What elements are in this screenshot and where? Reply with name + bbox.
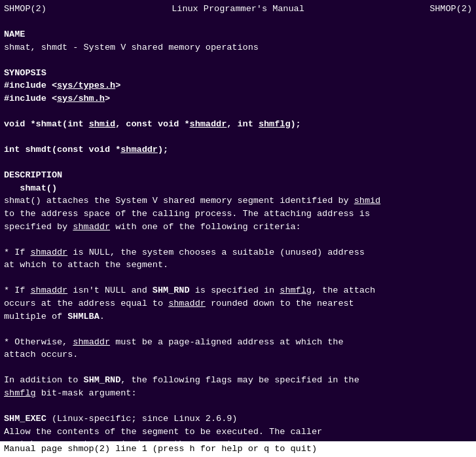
- man-page-header: SHMOP(2) Linux Programmer's Manual SHMOP…: [4, 3, 472, 16]
- shmexec-heading: SHM_EXEC (Linux-specific; since Linux 2.…: [4, 412, 472, 426]
- desc-line-3: specified by shmaddr with one of the fol…: [4, 221, 472, 234]
- flags-line-1: In addition to SHM_RND, the following fl…: [4, 374, 472, 387]
- criteria-2-line-2: occurs at the address equal to shmaddr r…: [4, 297, 472, 310]
- section-description-heading: DESCRIPTION: [4, 169, 472, 182]
- synopsis-shmdt: int shmdt(const void *shmaddr);: [4, 143, 472, 156]
- criteria-1-line-2: at which to attach the segment.: [4, 259, 472, 272]
- section-synopsis-heading: SYNOPSIS: [4, 67, 472, 80]
- flags-line-2: shmflg bit-mask argument:: [4, 387, 472, 400]
- section-name-heading: NAME: [4, 28, 472, 41]
- header-center: Linux Programmer's Manual: [172, 3, 304, 16]
- status-bar: Manual page shmop(2) line 1 (press h for…: [0, 441, 476, 457]
- criteria-2-line-3: multiple of SHMLBA.: [4, 310, 472, 323]
- synopsis-line-1: #include <sys/types.h>: [4, 79, 472, 92]
- description-shmat-subheading: shmat(): [4, 182, 472, 195]
- header-left: SHMOP(2): [4, 3, 46, 16]
- synopsis-shmat: void *shmat(int shmid, const void *shmad…: [4, 118, 472, 131]
- section-name-content: shmat, shmdt - System V shared memory op…: [4, 41, 472, 54]
- desc-line-1: shmat() attaches the System V shared mem…: [4, 194, 472, 208]
- criteria-1-line-1: * If shmaddr is NULL, the system chooses…: [4, 246, 472, 259]
- criteria-2-line-1: * If shmaddr isn't NULL and SHM_RND is s…: [4, 284, 472, 297]
- terminal-window: SHMOP(2) Linux Programmer's Manual SHMOP…: [0, 0, 476, 457]
- shmexec-line-1: Allow the contents of the segment to be …: [4, 426, 472, 439]
- desc-line-2: to the address space of the calling proc…: [4, 208, 472, 221]
- criteria-3-line-1: * Otherwise, shmaddr must be a page-alig…: [4, 336, 472, 349]
- criteria-3-line-2: attach occurs.: [4, 348, 472, 361]
- synopsis-line-2: #include <sys/shm.h>: [4, 92, 472, 105]
- status-bar-text: Manual page shmop(2) line 1 (press h for…: [4, 444, 317, 454]
- header-right: SHMOP(2): [430, 3, 472, 16]
